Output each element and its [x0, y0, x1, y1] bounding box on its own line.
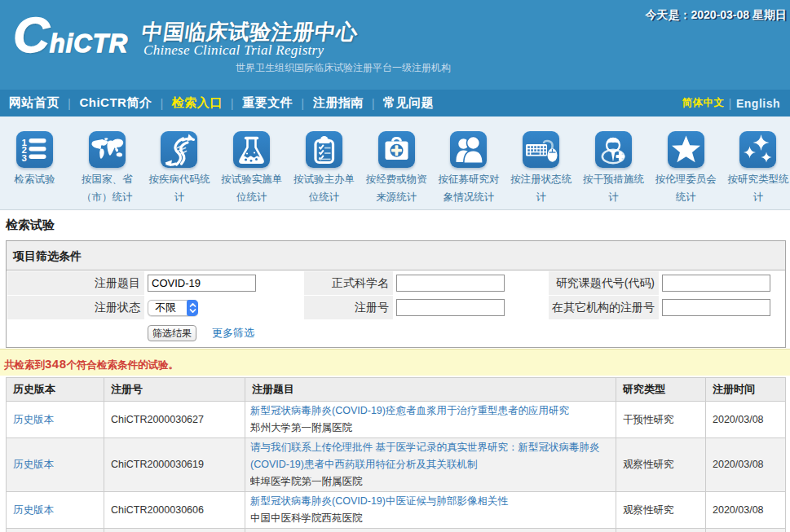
svg-text:3: 3	[21, 153, 26, 163]
